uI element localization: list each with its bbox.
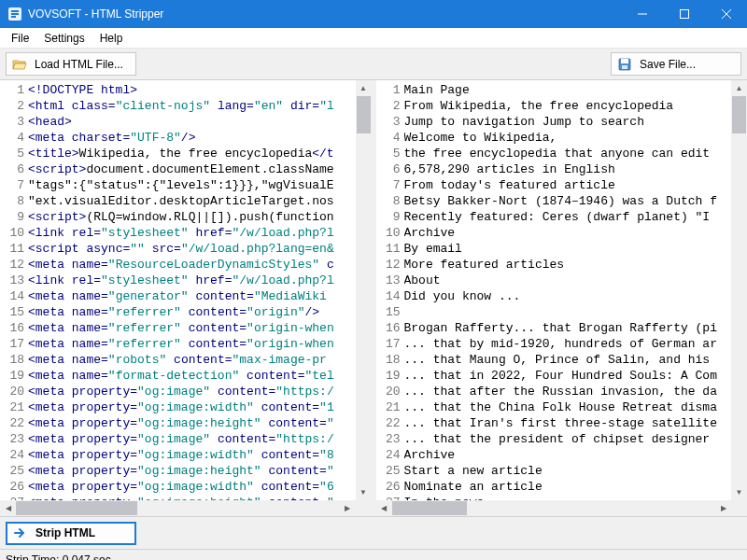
source-vertical-scrollbar[interactable]: ▲ ▼ (356, 80, 372, 500)
text-line: 1Main Page (376, 82, 748, 98)
scroll-left-icon[interactable]: ◀ (0, 500, 16, 516)
code-line: 1<!DOCTYPE html> (0, 82, 372, 98)
text-line: 3Jump to navigation Jump to search (376, 114, 748, 130)
line-content: 6,578,290 articles in English (404, 161, 748, 177)
maximize-button[interactable] (663, 0, 705, 28)
save-file-button[interactable]: Save File... (611, 52, 741, 76)
line-number: 24 (0, 447, 28, 463)
line-content: Start a new article (404, 463, 748, 479)
titlebar[interactable]: VOVSOFT - HTML Stripper (0, 0, 747, 28)
text-line: 5the free encyclopedia that anyone can e… (376, 146, 748, 161)
line-content: <meta name="format-detection" content="t… (28, 368, 372, 384)
menu-help[interactable]: Help (92, 30, 131, 47)
line-number: 16 (0, 320, 28, 336)
line-content: Brogan Rafferty... that Brogan Rafferty … (404, 320, 748, 336)
output-horizontal-scrollbar[interactable]: ◀ ▶ (376, 500, 732, 516)
line-content: Jump to navigation Jump to search (404, 114, 748, 130)
code-line: 21<meta property="og:image:width" conten… (0, 399, 372, 415)
scroll-corner (731, 500, 747, 516)
close-button[interactable] (705, 0, 747, 28)
line-content: Main Page (404, 82, 748, 98)
svg-rect-3 (11, 16, 16, 18)
editor-panes: 1<!DOCTYPE html>2<html class="client-noj… (0, 80, 747, 517)
folder-open-icon (12, 57, 27, 72)
line-number: 4 (376, 130, 404, 146)
scroll-up-icon[interactable]: ▲ (731, 80, 747, 96)
line-content: the free encyclopedia that anyone can ed… (404, 146, 748, 161)
line-content: <script>(RLQ=window.RLQ||[]).push(functi… (28, 209, 372, 225)
code-line: 4<meta charset="UTF-8"/> (0, 130, 372, 146)
menu-file[interactable]: File (4, 30, 36, 47)
code-line: 25<meta property="og:image:height" conte… (0, 463, 372, 479)
line-number: 18 (376, 352, 404, 368)
scroll-thumb[interactable] (357, 96, 371, 133)
scroll-thumb[interactable] (16, 501, 137, 515)
line-content: <script>document.documentElement.classNa… (28, 161, 372, 177)
line-number: 3 (376, 114, 404, 130)
code-line: 17<meta name="referrer" content="origin-… (0, 336, 372, 352)
scroll-up-icon[interactable]: ▲ (356, 80, 372, 96)
line-number: 11 (0, 241, 28, 257)
line-content: ... that Maung O, Prince of Salin, and h… (404, 352, 748, 368)
line-content: <link rel="stylesheet" href="/w/load.php… (28, 225, 372, 241)
scroll-right-icon[interactable]: ▶ (715, 500, 731, 516)
text-line: 7From today's featured article (376, 177, 748, 193)
line-number: 12 (0, 257, 28, 273)
strip-html-button[interactable]: Strip HTML (6, 522, 136, 545)
line-content: Welcome to Wikipedia, (404, 130, 748, 146)
line-content: <head> (28, 114, 372, 130)
code-line: 6<script>document.documentElement.classN… (0, 161, 372, 177)
line-number: 6 (376, 161, 404, 177)
line-content: <meta name="robots" content="max-image-p… (28, 352, 372, 368)
line-content: <meta property="og:image:width" content=… (28, 447, 372, 463)
status-text: Strip Time: 0.047 sec (6, 553, 111, 561)
text-line: 13About (376, 273, 748, 288)
line-number: 9 (0, 209, 28, 225)
line-number: 5 (376, 146, 404, 161)
line-content: Archive (404, 447, 748, 463)
load-html-button[interactable]: Load HTML File... (6, 52, 136, 76)
output-vertical-scrollbar[interactable]: ▲ ▼ (731, 80, 747, 500)
code-line: 16<meta name="referrer" content="origin-… (0, 320, 372, 336)
line-number: 10 (376, 225, 404, 241)
text-line: 12More featured articles (376, 257, 748, 273)
save-icon (617, 57, 632, 72)
line-number: 1 (376, 82, 404, 98)
minimize-button[interactable] (621, 0, 663, 28)
output-text-view[interactable]: 1Main Page2From Wikipedia, the free ency… (376, 80, 748, 511)
scroll-right-icon[interactable]: ▶ (340, 500, 356, 516)
scroll-down-icon[interactable]: ▼ (356, 484, 372, 500)
line-number: 19 (0, 368, 28, 384)
source-code-view[interactable]: 1<!DOCTYPE html>2<html class="client-noj… (0, 80, 372, 511)
line-content: From today's featured article (404, 177, 748, 193)
line-content: <meta property="og:image:width" content=… (28, 479, 372, 495)
line-content: By email (404, 241, 748, 257)
scroll-thumb[interactable] (392, 501, 467, 515)
output-pane: 1Main Page2From Wikipedia, the free ency… (376, 80, 748, 516)
scroll-down-icon[interactable]: ▼ (731, 484, 747, 500)
text-line: 2From Wikipedia, the free encyclopedia (376, 98, 748, 114)
code-line: 10<link rel="stylesheet" href="/w/load.p… (0, 225, 372, 241)
text-line: 18... that Maung O, Prince of Salin, and… (376, 352, 748, 368)
line-number: 25 (376, 463, 404, 479)
text-line: 66,578,290 articles in English (376, 161, 748, 177)
code-line: 15<meta name="referrer" content="origin"… (0, 304, 372, 320)
line-content: ... that Iran's first three-stage satell… (404, 415, 748, 431)
scroll-left-icon[interactable]: ◀ (376, 500, 392, 516)
svg-rect-10 (622, 65, 627, 69)
line-content: ... that the China Folk House Retreat di… (404, 399, 748, 415)
line-number: 25 (0, 463, 28, 479)
save-file-label: Save File... (640, 58, 696, 71)
line-content: <meta name="referrer" content="origin-wh… (28, 336, 372, 352)
svg-rect-2 (11, 13, 19, 15)
source-horizontal-scrollbar[interactable]: ◀ ▶ (0, 500, 356, 516)
scroll-thumb[interactable] (732, 96, 746, 133)
strip-html-label: Strip HTML (35, 526, 95, 539)
line-number: 8 (376, 193, 404, 209)
menu-settings[interactable]: Settings (36, 30, 92, 47)
line-number: 3 (0, 114, 28, 130)
statusbar: Strip Time: 0.047 sec (0, 549, 747, 560)
toolbar: Load HTML File... Save File... (0, 49, 747, 80)
line-content: ... that by mid-1920, hundreds of German… (404, 336, 748, 352)
line-number: 23 (0, 431, 28, 447)
